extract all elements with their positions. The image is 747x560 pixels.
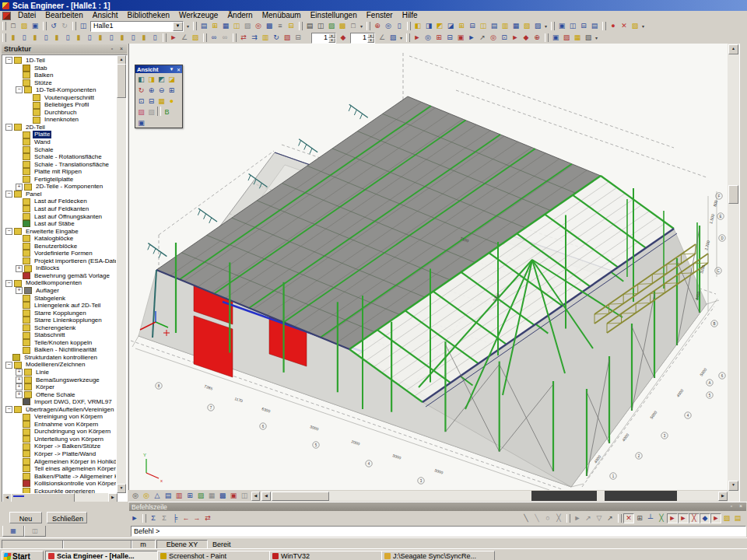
view-vscrollbar[interactable]: ▲ ▼	[728, 44, 739, 502]
view-axo-button[interactable]: ◪	[445, 21, 456, 31]
tree-item-starre-linienkopplungen[interactable]: Starre Linienkopplungen	[3, 317, 116, 324]
collapse-icon[interactable]: −	[5, 57, 12, 64]
snap-endpoint-button[interactable]: ►	[667, 513, 678, 523]
spin-down-icon[interactable]: ▼	[367, 38, 374, 43]
toolbar-grip[interactable]	[551, 22, 555, 30]
tree-item-starre-kopplungen[interactable]: Starre Kopplungen	[3, 310, 116, 317]
tree-item-platte[interactable]: Platte	[3, 131, 116, 138]
snap-ortho-button[interactable]: ◆	[700, 513, 710, 523]
rotate-tool-button[interactable]: ↻	[271, 33, 282, 43]
chevron-down-icon[interactable]: ▼	[168, 67, 175, 72]
toolbar-grip[interactable]	[545, 33, 549, 42]
tree-item-liniengelenk-auf-2d-teil[interactable]: Liniengelenk auf 2D-Teil	[3, 302, 116, 310]
tree-item-last-auf-st-be[interactable]: Last auf Stäbe	[3, 220, 116, 228]
tree-item-katalogbl-cke[interactable]: Katalogblöcke	[3, 235, 116, 243]
expand-icon[interactable]: +	[16, 265, 23, 272]
tree-item-wand[interactable]: Wand	[3, 138, 116, 146]
select-pointer-button[interactable]: ►	[168, 33, 179, 43]
clip-box-button[interactable]: ▦	[156, 96, 167, 106]
save-view-button[interactable]: ▣	[550, 33, 561, 43]
toolbar-grip[interactable]	[299, 22, 303, 30]
snap-free-button[interactable]: ╲	[521, 513, 531, 523]
tree-item-linie[interactable]: +Linie	[3, 369, 116, 376]
scroll-left-icon[interactable]: ◀	[261, 492, 271, 501]
toolbar-grip[interactable]	[193, 22, 197, 30]
toolbar-overflow-icon[interactable]: ▾	[594, 35, 599, 40]
scale-tool-button[interactable]: ▧	[282, 33, 293, 43]
tree-item-k-rper[interactable]: +Körper	[3, 383, 116, 391]
open-project-button[interactable]: ▨	[19, 21, 30, 31]
tree-item-innenknoten[interactable]: Innenknoten	[3, 116, 116, 124]
menu-datei[interactable]: Datei	[13, 11, 40, 19]
redo-button[interactable]: ↻	[59, 21, 70, 31]
calc-mesh-button[interactable]: ▦	[572, 33, 583, 43]
tree-item-durchbruch[interactable]: Durchbruch	[3, 109, 116, 117]
spin-down-icon[interactable]: ▼	[328, 38, 335, 43]
expand-icon[interactable]: +	[16, 376, 23, 383]
snap-tool-2-button[interactable]: ◎	[423, 33, 433, 43]
tree-item-last-auf-ffnungskanten[interactable]: Last auf Öffnungskanten	[3, 212, 116, 220]
menu-einstellungen[interactable]: Einstellungen	[306, 11, 362, 19]
view-window-8-button[interactable]: ▥	[500, 21, 510, 31]
tree-item-k-rper-platte-wand[interactable]: Körper -> Platte/Wand	[3, 450, 116, 458]
tree-item-benutzerbl-cke[interactable]: Benutzerblöcke	[3, 243, 116, 250]
snap-circle-button[interactable]: ○	[542, 513, 553, 523]
previous-command-button[interactable]: ←	[181, 513, 191, 523]
zoom-doc-button[interactable]: ◎	[383, 21, 394, 31]
tree-item-import-dwg-dxf-vrml97[interactable]: Import DWG, DXF, VRML97	[3, 398, 116, 406]
toolbar-grip[interactable]	[2, 22, 6, 30]
redraw-eye-button[interactable]: ●	[608, 21, 619, 31]
toolbar-overflow-icon[interactable]: ▾	[640, 23, 646, 29]
doc-info-button[interactable]: ▯	[394, 21, 405, 31]
perspective-toggle-button[interactable]: ◎	[130, 491, 141, 501]
tree-item-2d-teil[interactable]: −2D-Teil	[3, 124, 116, 131]
tree-item-platte-mit-rippen[interactable]: Platte mit Rippen	[3, 168, 116, 176]
track-4-button[interactable]: ↗	[605, 513, 615, 523]
tree-item-fertigteilplatte[interactable]: Fertigteilplatte	[3, 176, 116, 184]
mirror-tool-button[interactable]: ▥	[260, 33, 271, 43]
view-window-6-button[interactable]: ◫	[478, 21, 489, 31]
toolbar-grip[interactable]	[72, 22, 76, 30]
print-view-button[interactable]: ◫	[239, 491, 250, 501]
filter-nodes-button[interactable]: ╞	[170, 513, 181, 523]
tree-item-beliebiges-profil[interactable]: Beliebiges Profil	[3, 101, 116, 109]
expand-icon[interactable]: +	[16, 184, 23, 191]
pointer-mode-button[interactable]: ►	[129, 513, 140, 523]
menu-ansicht[interactable]: Ansicht	[88, 11, 123, 19]
snap-tool-12-button[interactable]: ⊕	[531, 33, 542, 43]
close-window-button[interactable]: ⊟	[286, 21, 296, 31]
tree-item-strukturdaten-kontrollieren[interactable]: Strukturdaten kontrollieren	[3, 354, 116, 362]
table-list-button[interactable]: ≡	[275, 21, 286, 31]
unlink-entities-button[interactable]: ∞	[219, 33, 230, 43]
print-button[interactable]: ▤	[304, 21, 315, 31]
layer-angle-button[interactable]: ∠	[377, 33, 388, 43]
tree-item-panel[interactable]: −Panel	[3, 191, 116, 198]
tree-item-balken-nichtlinearit-t[interactable]: Balken - Nichtlinearität	[3, 346, 116, 354]
snap-tool-11-button[interactable]: ◆	[521, 33, 531, 43]
view-axo-4-button[interactable]: ◪	[167, 74, 177, 84]
view-hscrollbar[interactable]: ◀ ▶	[261, 491, 728, 501]
pin-icon[interactable]: ▫	[108, 46, 116, 53]
tile-horizontal-button[interactable]: ◫	[567, 21, 578, 31]
tree-item-1d-teil-komponenten[interactable]: −1D-Teil-Komponenten	[3, 86, 116, 94]
toolbar-grip[interactable]	[233, 33, 237, 42]
profile-tool-10-button[interactable]: ▯	[106, 33, 117, 43]
tree-item-1d-teil[interactable]: −1D-Teil	[3, 57, 116, 65]
view-axo-1-button[interactable]: ◧	[136, 74, 146, 84]
tile-vertical-button[interactable]: ⊟	[578, 21, 589, 31]
toolbar-grip[interactable]	[43, 22, 47, 30]
menu-menbaum[interactable]: Menübaum	[258, 11, 306, 19]
collapse-icon[interactable]: −	[5, 406, 12, 413]
layers-button[interactable]: ▩	[264, 21, 275, 31]
snap-cross-button[interactable]: ╳	[689, 513, 700, 523]
model-3d-canvas[interactable]: 7285117063003000200030003000400040005000…	[129, 44, 728, 490]
tree-item--bertragen-aufteilen-vereini[interactable]: −Übertragen/Aufteilen/Vereinigen	[3, 406, 116, 414]
child-window-icon[interactable]	[2, 12, 11, 20]
collapse-icon[interactable]: −	[5, 362, 12, 369]
document-button[interactable]: ◫	[231, 21, 242, 31]
sum-all-button[interactable]: Σ	[159, 513, 170, 523]
track-3-button[interactable]: ▽	[594, 513, 605, 523]
tree-item-st-tze[interactable]: Stütze	[3, 79, 116, 87]
array-tool-button[interactable]: ⊟	[293, 33, 303, 43]
expand-icon[interactable]: +	[16, 391, 23, 398]
